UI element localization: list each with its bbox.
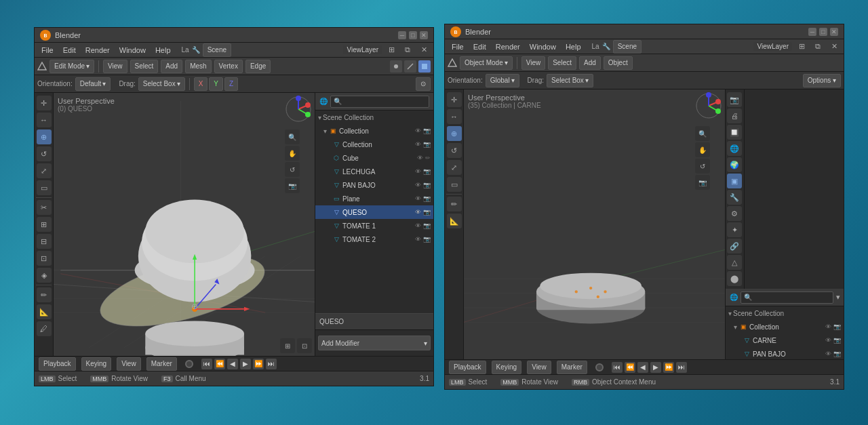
mode-selector-right[interactable]: Object Mode ▾ bbox=[460, 56, 513, 70]
data-props-icon[interactable]: △ bbox=[727, 255, 742, 270]
paint-tool[interactable]: ✏ bbox=[37, 287, 52, 302]
step-back-btn-right[interactable]: ⏪ bbox=[625, 362, 635, 373]
play-reverse-btn-left[interactable]: ◀ bbox=[227, 359, 238, 369]
drag-selector-left[interactable]: Select Box ▾ bbox=[138, 77, 185, 91]
transform-tool[interactable]: ⊕ bbox=[37, 129, 52, 144]
cube-item[interactable]: ⬡ Cube 👁 ✏ bbox=[315, 151, 433, 165]
menu-window-left[interactable]: Window bbox=[115, 45, 150, 56]
jump-end-btn-left[interactable]: ⏭ bbox=[266, 359, 277, 369]
carne-item-right[interactable]: ▽ CARNE 👁 📷 bbox=[726, 333, 844, 347]
measure-tool[interactable]: 📐 bbox=[37, 304, 52, 319]
extrude-tool[interactable]: ⊟ bbox=[37, 234, 52, 249]
pan-btn-left[interactable]: ✋ bbox=[285, 146, 300, 161]
object-props-icon[interactable]: ▣ bbox=[727, 174, 742, 188]
add-modifier-btn-left[interactable]: Add Modifier ▾ bbox=[318, 336, 431, 350]
menu-render-left[interactable]: Render bbox=[81, 45, 114, 56]
annotate-tool-right[interactable]: ✏ bbox=[447, 197, 462, 211]
close-layout-left[interactable]: ✕ bbox=[417, 43, 431, 57]
box-tool-right[interactable]: ▭ bbox=[447, 177, 462, 192]
edge-mode-btn[interactable] bbox=[404, 60, 416, 73]
transform-tool-right[interactable]: ⊕ bbox=[447, 126, 462, 141]
collection-item-left[interactable]: ▾ ▣ Collection 👁 📷 bbox=[315, 124, 433, 138]
drag-selector-right[interactable]: Select Box ▾ bbox=[547, 74, 593, 87]
lechuga-item[interactable]: ▽ LECHUGA 👁 📷 bbox=[315, 165, 433, 178]
modifier-props-icon[interactable]: 🔧 bbox=[727, 190, 742, 205]
measure-tool-right[interactable]: 📐 bbox=[447, 214, 462, 228]
close-btn-right[interactable]: ✕ bbox=[830, 28, 838, 36]
scale-tool[interactable]: ⤢ bbox=[37, 163, 52, 178]
viewport-btn-left[interactable]: View bbox=[103, 60, 127, 73]
orientation-selector-left[interactable]: Default ▾ bbox=[75, 77, 111, 91]
move-tool-right[interactable]: ↔ bbox=[447, 109, 462, 124]
edge-btn-left[interactable]: Edge bbox=[245, 60, 271, 73]
icon-btn-right-2[interactable]: ⧉ bbox=[811, 40, 825, 54]
outliner-search-left[interactable] bbox=[330, 96, 429, 108]
cursor-tool-right[interactable]: ✛ bbox=[447, 92, 462, 107]
select-btn-left[interactable]: Select bbox=[130, 60, 159, 73]
add-btn-right[interactable]: Add bbox=[579, 56, 601, 70]
box-tool[interactable]: ▭ bbox=[37, 180, 52, 195]
particles-props-icon[interactable]: ✦ bbox=[727, 222, 742, 237]
pan-btn-right[interactable]: ✋ bbox=[695, 142, 710, 157]
knife-tool[interactable]: ✂ bbox=[37, 200, 52, 215]
menu-edit-right[interactable]: Edit bbox=[469, 41, 490, 52]
render-props-icon[interactable]: 📷 bbox=[727, 92, 742, 107]
menu-file-right[interactable]: File bbox=[448, 41, 468, 52]
view-props-icon[interactable]: 🔲 bbox=[727, 125, 742, 140]
jump-start-btn-right[interactable]: ⏮ bbox=[612, 362, 623, 373]
keying-btn-right[interactable]: Keying bbox=[492, 361, 522, 374]
close-btn-left[interactable]: ✕ bbox=[420, 31, 428, 39]
scale-tool-right[interactable]: ⤢ bbox=[447, 160, 462, 175]
object-btn-right[interactable]: Object bbox=[604, 56, 633, 70]
plane-item[interactable]: ▭ Plane 👁 📷 bbox=[315, 192, 433, 205]
physics-props-icon[interactable]: ⚙ bbox=[727, 206, 742, 221]
view-btn-right[interactable]: View bbox=[521, 56, 546, 70]
scene-collection-item[interactable]: ▾ Scene Collection bbox=[315, 110, 433, 124]
vertex-btn-left[interactable]: Vertex bbox=[214, 60, 243, 73]
tomate1-item[interactable]: ▽ TOMATE 1 👁 📷 bbox=[315, 219, 433, 232]
menu-file-left[interactable]: File bbox=[37, 45, 58, 56]
play-btn-right[interactable]: ▶ bbox=[650, 362, 661, 373]
pan-bajo-item-right[interactable]: ▽ PAN BAJO 👁 📷 bbox=[726, 347, 844, 359]
marker-btn-left[interactable]: Marker bbox=[146, 357, 177, 371]
loop-cut-tool[interactable]: ⊞ bbox=[37, 217, 52, 232]
nav-gizmo-left[interactable] bbox=[285, 96, 312, 123]
viewport-left[interactable]: User Perspective (0) QUESO bbox=[54, 93, 315, 356]
inset-tool[interactable]: ⊡ bbox=[37, 251, 52, 266]
view-btn-right2[interactable]: View bbox=[527, 361, 551, 374]
maximize-btn-left[interactable]: □ bbox=[409, 31, 417, 39]
pan-bajo-item[interactable]: ▽ PAN BAJO 👁 📷 bbox=[315, 178, 433, 192]
output-props-icon[interactable]: 🖨 bbox=[727, 108, 742, 123]
scene-props-icon[interactable]: 🌐 bbox=[727, 141, 742, 156]
annotate-tool[interactable]: 🖊 bbox=[37, 321, 52, 336]
menu-window-right[interactable]: Window bbox=[526, 41, 560, 52]
close-layout-right[interactable]: ✕ bbox=[827, 40, 841, 54]
add-btn-left[interactable]: Add bbox=[161, 60, 182, 73]
scene-selector-right[interactable]: Scene bbox=[613, 40, 642, 54]
tomate2-item[interactable]: ▽ TOMATE 2 👁 📷 bbox=[315, 232, 433, 246]
menu-help-left[interactable]: Help bbox=[151, 45, 175, 56]
camera-view-btn-left[interactable]: 📷 bbox=[285, 178, 300, 193]
axis-y-btn[interactable]: Y bbox=[209, 77, 223, 91]
play-reverse-btn-right[interactable]: ◀ bbox=[637, 362, 648, 373]
nav-gizmo-right[interactable] bbox=[695, 92, 722, 119]
keying-btn-left[interactable]: Keying bbox=[81, 357, 112, 371]
mode-selector-left[interactable]: Edit Mode ▾ bbox=[50, 60, 94, 73]
face-mode-btn[interactable] bbox=[418, 60, 431, 73]
axis-x-btn[interactable]: X bbox=[194, 77, 208, 91]
filter-icon-right[interactable]: ▾ bbox=[836, 291, 840, 304]
queso-item[interactable]: ▽ QUESO 👁 📷 bbox=[315, 205, 433, 219]
minimize-btn-right[interactable]: ─ bbox=[808, 28, 816, 36]
carne-item[interactable]: ▽ Collection 👁 📷 bbox=[315, 138, 433, 151]
rotate-tool-right[interactable]: ↺ bbox=[447, 143, 462, 158]
vertex-mode-btn[interactable] bbox=[390, 60, 402, 73]
view-btn-left[interactable]: View bbox=[117, 357, 141, 371]
viewport-right[interactable]: User Perspective (35) Collection | CARNE bbox=[464, 89, 725, 359]
rotate-view-btn-right[interactable]: ↺ bbox=[695, 159, 710, 174]
playback-btn-left[interactable]: Playback bbox=[39, 357, 76, 371]
scene-selector-left[interactable]: Scene bbox=[203, 43, 231, 57]
collection-item-right[interactable]: ▾ ▣ Collection 👁 📷 bbox=[726, 320, 844, 333]
rotate-tool[interactable]: ↺ bbox=[37, 146, 52, 161]
timeline-dot-left[interactable] bbox=[185, 360, 193, 368]
jump-end-btn-right[interactable]: ⏭ bbox=[676, 362, 687, 373]
